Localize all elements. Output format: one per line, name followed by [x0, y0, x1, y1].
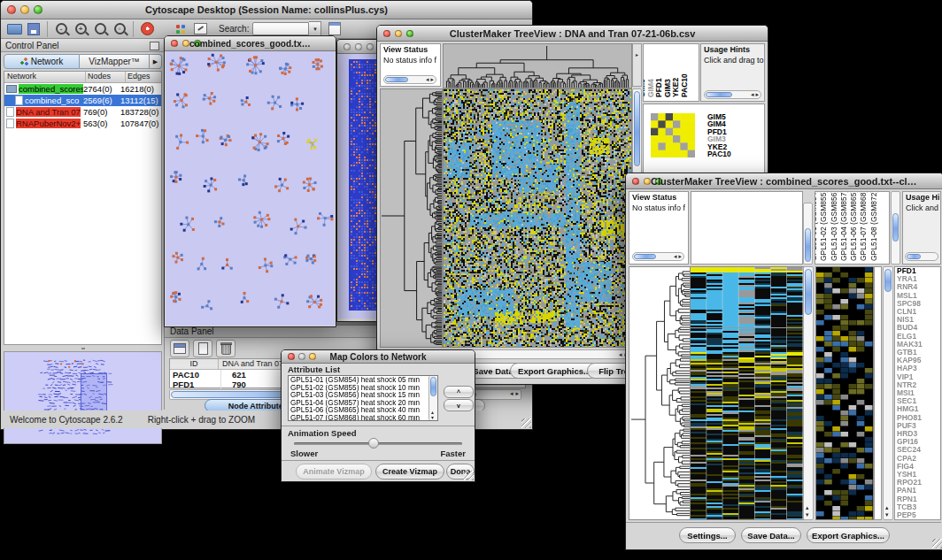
export-graphics-button[interactable]: Export Graphics... [807, 527, 890, 543]
heatmap-canvas[interactable] [443, 88, 632, 348]
close-icon[interactable] [7, 5, 16, 14]
network-row[interactable]: DNA and Tran 07 769(0) 183728(0) [4, 106, 161, 118]
gene-label[interactable]: PFD1 [895, 267, 940, 275]
narrow-scroll-strip[interactable]: ▸ [632, 43, 642, 87]
gene-label[interactable]: YSH1 [895, 471, 940, 479]
gene-label[interactable]: GIM3 [707, 135, 731, 142]
gene-label[interactable]: GIM4 [707, 120, 731, 127]
attribute-item[interactable]: GPL51-04 (GSM857) heat shock 20 min [290, 400, 428, 408]
gene-label[interactable]: MAK31 [895, 341, 940, 349]
attribute-item[interactable]: GPL51-01 (GSM854) heat shock 05 min [290, 377, 428, 385]
scroll-down-icon[interactable]: ▾ [806, 511, 809, 518]
panel-divider[interactable] [4, 346, 162, 350]
search-dropdown-button[interactable]: ▼ [309, 21, 321, 36]
scroll-left-icon[interactable]: ◂ [751, 91, 754, 98]
new-attribute-button[interactable] [193, 340, 212, 357]
column-label[interactable]: PAC10 [680, 73, 689, 97]
heatmap-vscrollbar[interactable]: ▴▾ [803, 266, 814, 520]
status-hscrollbar[interactable]: ◂▸ [383, 75, 436, 84]
gene-label[interactable]: GPI16 [895, 438, 940, 446]
row-dendrogram-canvas[interactable] [629, 266, 691, 520]
selected-matrix-canvas[interactable] [651, 113, 695, 157]
gene-label[interactable]: NTR2 [895, 381, 940, 389]
close-icon[interactable] [632, 178, 639, 185]
usage-hscrollbar[interactable]: ◂▸ [704, 90, 761, 99]
plugins-button[interactable] [173, 21, 189, 37]
attribute-item[interactable]: GPL51-07 (GSM868) heat shock 60 min [290, 415, 428, 421]
gene-label[interactable]: PHO81 [895, 414, 940, 422]
resize-grip[interactable] [521, 418, 531, 428]
gene-label[interactable]: SPC98 [895, 300, 940, 308]
network-row-selected[interactable]: combined_sco 2569(6) 13112(15) [4, 95, 161, 106]
gene-label[interactable]: HAP3 [895, 364, 940, 372]
close-icon[interactable] [288, 353, 295, 360]
float-panel-icon[interactable] [150, 42, 159, 50]
minimize-icon[interactable] [355, 43, 362, 50]
network-view-canvas[interactable] [166, 51, 335, 326]
gene-label[interactable]: MON2 [895, 519, 940, 520]
move-up-button[interactable]: ^ [444, 386, 474, 398]
settings-button[interactable]: Settings... [679, 527, 736, 543]
speed-slider-thumb[interactable] [368, 438, 379, 449]
gene-label[interactable]: NIS1 [895, 316, 940, 324]
gene-label[interactable]: HRD3 [895, 430, 940, 438]
minimize-icon[interactable] [298, 353, 305, 360]
gene-label[interactable]: KAP95 [895, 357, 940, 364]
scroll-right-icon[interactable]: ▸ [515, 390, 519, 397]
scroll-right-icon[interactable]: ▸ [430, 76, 434, 83]
create-vizmap-button[interactable]: Create Vizmap [375, 464, 444, 479]
animate-vizmap-button[interactable]: Animate Vizmap [296, 464, 372, 479]
export-graphics-button[interactable]: Export Graphics... [510, 363, 598, 379]
gene-label[interactable]: FIG4 [895, 463, 940, 471]
heatmap-canvas[interactable] [690, 266, 804, 520]
zoom-selected-button[interactable] [92, 21, 108, 37]
gene-label[interactable]: HMG1 [895, 405, 940, 413]
network-row[interactable]: combined_scores_ 2764(0) 16218(0) [4, 83, 161, 95]
zoom-out-button[interactable]: - [53, 21, 69, 37]
column-label[interactable]: GPL51-07 (GSM868) [859, 191, 868, 261]
status-hscrollbar[interactable]: ◂▸ [632, 252, 684, 261]
gene-label[interactable]: BUD4 [895, 324, 940, 332]
save-session-button[interactable] [26, 21, 42, 37]
gene-label[interactable]: CLN1 [895, 308, 940, 316]
column-label[interactable]: GIM3 [663, 79, 672, 97]
help-button[interactable] [139, 21, 155, 37]
open-session-button[interactable] [6, 21, 22, 37]
gene-label[interactable]: PAN1 [895, 487, 940, 495]
move-down-button[interactable]: v [444, 399, 474, 411]
gene-label[interactable]: RNR4 [895, 283, 940, 291]
attribute-vscrollbar[interactable]: ▴▾ [429, 376, 437, 420]
labels-vscrollbar[interactable] [891, 191, 900, 265]
minimize-icon[interactable] [182, 40, 189, 47]
scroll-right-icon[interactable]: ▸ [636, 52, 638, 58]
gene-label[interactable]: YKE2 [707, 143, 731, 150]
search-input[interactable] [252, 22, 309, 35]
column-header-id[interactable]: ID [170, 359, 219, 369]
column-label[interactable]: PFD1 [654, 78, 663, 97]
column-label[interactable]: YKE2 [671, 78, 680, 97]
column-label[interactable]: GPL51-06 (GSM865) [849, 191, 858, 261]
genelist-vscrollbar[interactable]: ▴▾ [883, 266, 893, 520]
delete-attribute-button[interactable] [216, 340, 236, 357]
gene-label[interactable]: TCB3 [895, 503, 940, 511]
scroll-down-icon[interactable]: ▾ [885, 511, 889, 518]
network-overview[interactable] [4, 351, 162, 444]
search-config-button[interactable] [327, 21, 343, 37]
gene-label[interactable]: MSI1 [895, 389, 940, 397]
network-window-titlebar[interactable]: combined_scores_good.txt--cluste... [165, 36, 336, 51]
gene-label[interactable]: PUF3 [895, 422, 940, 430]
scroll-left-icon[interactable]: ◂ [619, 351, 622, 358]
network-table-header[interactable]: Network Nodes Edges [4, 72, 161, 83]
zoom-window-icon[interactable] [367, 43, 374, 50]
zoom-heatmap-canvas[interactable] [815, 266, 874, 520]
scroll-left-icon[interactable]: ◂ [426, 76, 429, 83]
gene-label[interactable]: SEC1 [895, 397, 940, 405]
tab-network[interactable]: Network [4, 54, 80, 69]
table-cell[interactable]: PFD1 [170, 380, 221, 389]
scroll-left-icon[interactable]: ◂ [674, 253, 677, 260]
attribute-item[interactable]: GPL51-03 (GSM856) heat shock 15 min [290, 392, 428, 400]
gene-label[interactable]: PEP5 [895, 511, 940, 519]
close-icon[interactable] [344, 43, 351, 50]
column-label[interactable]: GPL51-01 (GSM854) [815, 191, 818, 261]
gene-label[interactable]: PAC10 [707, 150, 731, 157]
